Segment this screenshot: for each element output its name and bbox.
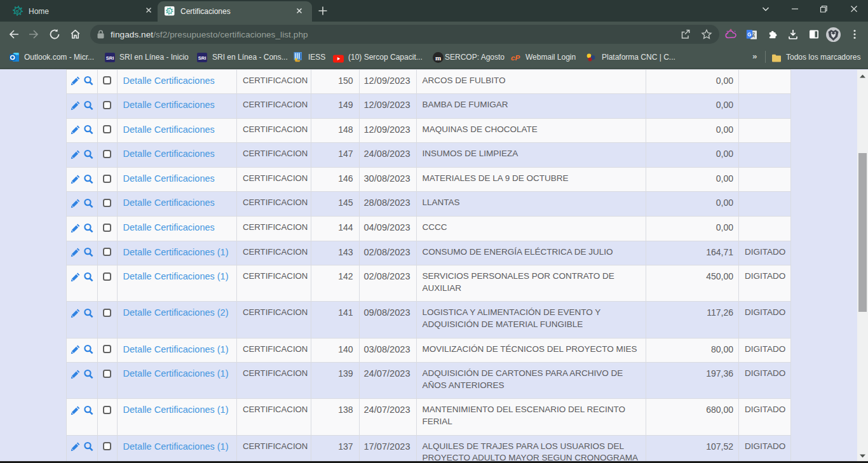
svg-text:m: m — [435, 53, 441, 61]
svg-text:cP: cP — [511, 54, 520, 62]
svg-text:SRI: SRI — [106, 55, 114, 61]
svg-text:SRI: SRI — [198, 55, 207, 61]
